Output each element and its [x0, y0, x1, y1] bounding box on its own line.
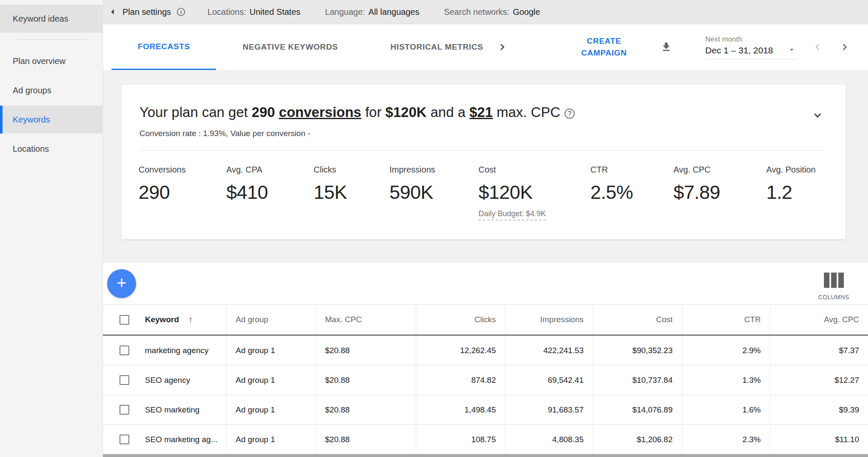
- collapse-chevron-icon[interactable]: [812, 109, 823, 121]
- cell-text: SEO marketing: [145, 405, 200, 415]
- metric-value: $120K: [479, 181, 590, 203]
- language-label: Language:: [325, 7, 365, 17]
- caret-down-icon: [787, 45, 796, 56]
- header-ad-group[interactable]: Ad group: [226, 305, 316, 334]
- cell-text: Ad group 1: [236, 405, 275, 415]
- keywords-table: Keyword ↑ Ad group Max. CPC Clicks Impre…: [103, 304, 868, 454]
- cell-ad-group: Ad group 1: [226, 395, 316, 424]
- table-body: marketing agencyAd group 1$20.8812,262.4…: [103, 336, 868, 454]
- metric-avg-position: Avg. Position 1.2: [766, 165, 851, 220]
- cell-text: Ad group 1: [236, 435, 275, 444]
- header-avg-cpc[interactable]: Avg. CPC: [771, 305, 868, 334]
- cell-keyword[interactable]: SEO agency: [103, 365, 226, 395]
- metric-cost: Cost $120K Daily Budget: $4.9K: [479, 165, 590, 220]
- add-keyword-button[interactable]: +: [107, 269, 136, 298]
- plan-settings-bar: Plan settings Locations: United States L…: [103, 0, 868, 24]
- cell-avg-cpc: $12.27: [771, 365, 868, 395]
- sort-ascending-icon[interactable]: ↑: [188, 314, 193, 325]
- daily-budget-note[interactable]: Daily Budget: $4.9K: [479, 209, 546, 220]
- download-icon[interactable]: [660, 41, 672, 53]
- sidebar-item-keyword-ideas[interactable]: Keyword ideas: [0, 5, 103, 33]
- headline-text: max. CPC: [493, 104, 561, 120]
- metrics-row: Conversions 290 Avg. CPA $410 Clicks 15K…: [122, 150, 846, 220]
- metric-ctr: CTR 2.5%: [590, 165, 673, 220]
- info-icon[interactable]: [176, 7, 186, 17]
- cell-keyword[interactable]: marketing agency: [103, 336, 226, 365]
- cell-cost: $1,206.82: [593, 425, 682, 454]
- cell-ctr: 2.9%: [682, 336, 771, 365]
- tab-forecasts[interactable]: FORECASTS: [111, 24, 216, 70]
- tab-label: FORECASTS: [138, 42, 190, 51]
- cell-text: $9.39: [839, 405, 859, 415]
- locations-filter[interactable]: Locations: United States: [208, 7, 300, 17]
- sidebar-item-label: Ad groups: [13, 86, 51, 95]
- header-max-cpc[interactable]: Max. CPC: [316, 305, 416, 334]
- headline-conversions-count: 290: [252, 104, 279, 120]
- tabs-overflow-chevron-icon[interactable]: [497, 24, 508, 70]
- headline-conversions-word[interactable]: conversions: [279, 104, 361, 120]
- select-all-checkbox[interactable]: [120, 315, 129, 325]
- metric-value: $7.89: [673, 181, 766, 203]
- help-icon[interactable]: ?: [565, 109, 575, 119]
- cell-text: 1,498.45: [465, 405, 496, 415]
- column-label: Max. CPC: [325, 315, 362, 324]
- header-keyword[interactable]: Keyword ↑: [103, 305, 226, 334]
- header-clicks[interactable]: Clicks: [416, 305, 506, 334]
- cell-max-cpc: $20.88: [316, 425, 416, 454]
- sidebar-item-locations[interactable]: Locations: [0, 135, 103, 163]
- sidebar-item-plan-overview[interactable]: Plan overview: [0, 47, 103, 75]
- columns-button[interactable]: COLUMNS: [815, 273, 853, 301]
- previous-period-chevron-icon[interactable]: [812, 42, 823, 53]
- tab-historical-metrics[interactable]: HISTORICAL METRICS: [364, 24, 509, 70]
- row-checkbox[interactable]: [120, 435, 129, 444]
- sidebar-divider: [16, 39, 87, 40]
- horizontal-scrollbar[interactable]: [103, 454, 868, 457]
- cell-impressions: 4,808.35: [506, 425, 593, 454]
- columns-icon: [824, 273, 844, 288]
- search-networks-value: Google: [513, 7, 540, 17]
- search-networks-filter[interactable]: Search networks: Google: [444, 7, 540, 17]
- tab-negative-keywords[interactable]: NEGATIVE KEYWORDS: [216, 24, 364, 70]
- tab-label: HISTORICAL METRICS: [390, 42, 483, 52]
- date-range-value: Dec 1 – 31, 2018: [705, 45, 773, 56]
- header-impressions[interactable]: Impressions: [506, 305, 593, 334]
- sidebar-item-ad-groups[interactable]: Ad groups: [0, 76, 103, 104]
- headline-max-cpc[interactable]: $21: [470, 104, 493, 120]
- cell-text: $20.88: [325, 405, 350, 415]
- table-row: marketing agencyAd group 1$20.8812,262.4…: [103, 336, 868, 365]
- cell-keyword[interactable]: SEO marketing ag...: [103, 425, 226, 454]
- metric-value: 590K: [389, 181, 479, 203]
- metric-value: 15K: [314, 181, 389, 203]
- cell-max-cpc: $20.88: [316, 395, 416, 424]
- cell-text: Ad group 1: [236, 376, 275, 385]
- row-checkbox[interactable]: [120, 375, 129, 385]
- headline-text: Your plan can get: [139, 104, 252, 120]
- sidebar-item-label: Plan overview: [13, 56, 66, 66]
- cell-keyword[interactable]: SEO marketing: [103, 395, 226, 424]
- cell-clicks: 12,262.45: [416, 336, 506, 365]
- language-filter[interactable]: Language: All languages: [325, 7, 420, 17]
- table-row: SEO marketing ag...Ad group 1$20.88108.7…: [103, 425, 868, 454]
- cell-text: 2.9%: [743, 346, 761, 355]
- metric-conversions: Conversions 290: [139, 165, 226, 220]
- cell-ad-group: Ad group 1: [226, 365, 316, 395]
- cell-text: SEO agency: [145, 376, 190, 385]
- cell-text: 12,262.45: [460, 346, 496, 355]
- create-campaign-button[interactable]: CREATE CAMPAIGN: [568, 35, 640, 59]
- header-ctr[interactable]: CTR: [682, 305, 771, 334]
- column-label: Impressions: [540, 315, 584, 324]
- date-range-selector[interactable]: Dec 1 – 31, 2018: [705, 45, 796, 59]
- row-checkbox[interactable]: [120, 405, 129, 415]
- sidebar-item-keywords[interactable]: Keywords: [0, 106, 103, 134]
- next-period-chevron-icon[interactable]: [839, 42, 850, 53]
- sidebar: Keyword ideas Plan overview Ad groups Ke…: [0, 0, 103, 457]
- cell-avg-cpc: $11.10: [771, 425, 868, 454]
- header-cost[interactable]: Cost: [593, 305, 682, 334]
- back-arrow-icon[interactable]: [103, 6, 122, 18]
- card-divider: [139, 150, 825, 150]
- plan-settings-title[interactable]: Plan settings: [122, 7, 171, 17]
- column-label: Clicks: [474, 315, 496, 324]
- metric-avg-cpc: Avg. CPC $7.89: [673, 165, 766, 220]
- column-label: Keyword: [145, 315, 179, 324]
- row-checkbox[interactable]: [120, 346, 129, 355]
